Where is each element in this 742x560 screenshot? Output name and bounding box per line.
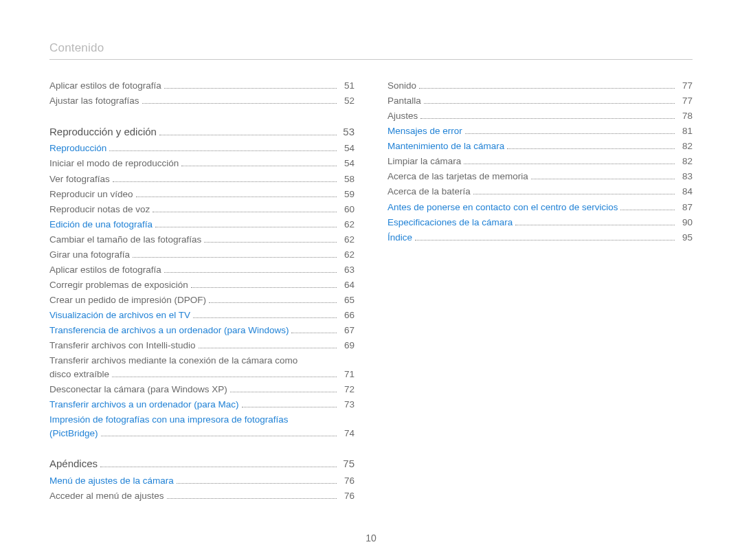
toc-leader-dots	[113, 175, 337, 181]
toc-entry[interactable]: Reproducción54	[49, 142, 355, 155]
toc-entry-label: Aplicar estilos de fotografía	[49, 263, 161, 277]
toc-section-heading[interactable]: Reproducción y edición53	[49, 124, 355, 139]
toc-leader-dots	[142, 98, 337, 104]
toc-column-right: Sonido77Pantalla77Ajustes78Mensajes de e…	[387, 79, 693, 504]
toc-leader-dots	[473, 188, 675, 194]
toc-entry-label: Antes de ponerse en contacto con el cent…	[387, 201, 618, 214]
toc-entry: Acerca de las tarjetas de memoria83	[387, 170, 693, 183]
toc-entry-label: Aplicar estilos de fotografía	[49, 79, 161, 93]
toc-entry-label: Especificaciones de la cámara	[387, 216, 513, 229]
toc-entry-label: (PictBridge)	[49, 427, 98, 440]
toc-entry-label: Transferir archivos mediante la conexión…	[49, 354, 355, 368]
toc-entry-page: 87	[677, 201, 693, 214]
toc-entry-label: Limpiar la cámara	[387, 155, 461, 168]
toc-leader-dots	[164, 82, 337, 89]
toc-leader-dots	[464, 158, 675, 164]
toc-leader-dots	[515, 219, 675, 225]
toc-leader-dots	[415, 234, 675, 240]
toc-entry-page: 82	[677, 155, 693, 168]
toc-leader-dots	[181, 160, 337, 166]
toc-leader-dots	[109, 145, 337, 151]
toc-entry[interactable]: Mantenimiento de la cámara82	[387, 139, 693, 153]
toc-entry: Transferir archivos con Intelli-studio69	[49, 339, 355, 352]
toc-entry-multiline[interactable]: Impresión de fotografías con una impreso…	[49, 413, 355, 440]
toc-entry-label: Menú de ajustes de la cámara	[49, 474, 174, 488]
toc-section-heading[interactable]: Apéndices75	[49, 456, 355, 471]
toc-entry: Sonido77	[387, 79, 693, 93]
toc-entry-label: Reproducir notas de voz	[49, 203, 150, 216]
toc-entry: Ajustar las fotografías52	[49, 94, 355, 108]
toc-entry-label: Iniciar el modo de reproducción	[49, 157, 179, 170]
toc-entry: Desconectar la cámara (para Windows XP)7…	[49, 383, 355, 396]
toc-entry-label: Sonido	[387, 79, 416, 93]
toc-entry[interactable]: Mensajes de error81	[387, 124, 693, 138]
toc-entry-page: 69	[339, 339, 355, 352]
toc-entry[interactable]: Transferir archivos a un ordenador (para…	[49, 398, 355, 412]
toc-entry-page: 65	[339, 293, 355, 307]
toc-entry-page: 76	[339, 489, 355, 503]
toc-entry-page: 71	[339, 368, 355, 381]
toc-entry-page: 54	[339, 157, 355, 170]
toc-entry-page: 52	[339, 94, 355, 108]
toc-entry: Limpiar la cámara82	[387, 155, 693, 168]
toc-entry: Pantalla77	[387, 94, 693, 108]
toc-entry[interactable]: Transferencia de archivos a un ordenador…	[49, 324, 355, 337]
toc-entry-label: Acceder al menú de ajustes	[49, 489, 164, 503]
toc-entry-label: Pantalla	[387, 94, 421, 108]
toc-entry[interactable]: Antes de ponerse en contacto con el cent…	[387, 201, 693, 214]
toc-entry-page: 62	[339, 218, 355, 232]
toc-entry-label: Edición de una fotografía	[49, 218, 153, 232]
toc-leader-dots	[191, 282, 337, 288]
toc-entry-label: Ajustes	[387, 109, 418, 123]
toc-entry[interactable]: Visualización de archivos en el TV66	[49, 309, 355, 322]
toc-entry-label: Acerca de las tarjetas de memoria	[387, 170, 528, 183]
toc-entry[interactable]: Edición de una fotografía62	[49, 218, 355, 232]
toc-leader-dots	[230, 385, 337, 392]
toc-entry-page: 77	[677, 79, 693, 93]
toc-entry-label: Crear un pedido de impresión (DPOF)	[49, 293, 206, 307]
toc-entry-page: 75	[339, 456, 355, 471]
toc-leader-dots	[424, 98, 675, 104]
toc-entry-page: 95	[677, 231, 693, 245]
toc-entry-page: 64	[339, 278, 355, 292]
toc-leader-dots	[419, 82, 675, 89]
toc-entry-page: 74	[339, 427, 355, 440]
toc-entry-label: Índice	[387, 231, 412, 245]
toc-column-left: Aplicar estilos de fotografía51Ajustar l…	[49, 79, 355, 504]
toc-entry-label: Cambiar el tamaño de las fotografías	[49, 233, 201, 247]
toc-entry-label: Mensajes de error	[387, 124, 462, 138]
toc-entry-label: Transferir archivos a un ordenador (para…	[49, 398, 239, 412]
toc-leader-dots	[199, 342, 337, 348]
toc-leader-dots	[291, 327, 337, 333]
toc-entry-label: Girar una fotografía	[49, 248, 130, 262]
toc-entry-page: 73	[339, 398, 355, 412]
toc-columns: Aplicar estilos de fotografía51Ajustar l…	[49, 79, 693, 504]
toc-leader-dots	[133, 251, 337, 257]
toc-entry-page: 81	[677, 124, 693, 138]
toc-leader-dots	[209, 297, 337, 303]
toc-entry[interactable]: Menú de ajustes de la cámara76	[49, 474, 355, 488]
toc-leader-dots	[101, 429, 337, 436]
toc-entry-page: 53	[339, 124, 355, 139]
toc-leader-dots	[420, 113, 675, 119]
toc-entry-label: Impresión de fotografías con una impreso…	[49, 413, 355, 427]
toc-entry-page: 84	[677, 185, 693, 199]
toc-entry-page: 66	[339, 309, 355, 322]
toc-entry: Ajustes78	[387, 109, 693, 123]
toc-entry-label: Desconectar la cámara (para Windows XP)	[49, 383, 227, 396]
toc-entry-page: 58	[339, 172, 355, 186]
toc-entry[interactable]: Índice95	[387, 231, 693, 245]
toc-entry-label: disco extraíble	[49, 368, 109, 381]
toc-entry-label: Ajustar las fotografías	[49, 94, 139, 108]
toc-entry-page: 77	[677, 94, 693, 108]
toc-entry-page: 78	[677, 109, 693, 123]
toc-leader-dots	[136, 190, 337, 197]
toc-entry[interactable]: Especificaciones de la cámara90	[387, 216, 693, 229]
toc-entry-page: 60	[339, 203, 355, 216]
toc-entry: Crear un pedido de impresión (DPOF)65	[49, 293, 355, 307]
toc-leader-dots	[153, 205, 337, 212]
toc-entry: Aplicar estilos de fotografía51	[49, 79, 355, 93]
toc-leader-dots	[112, 370, 337, 377]
toc-leader-dots	[164, 266, 337, 272]
toc-leader-dots	[531, 173, 675, 179]
